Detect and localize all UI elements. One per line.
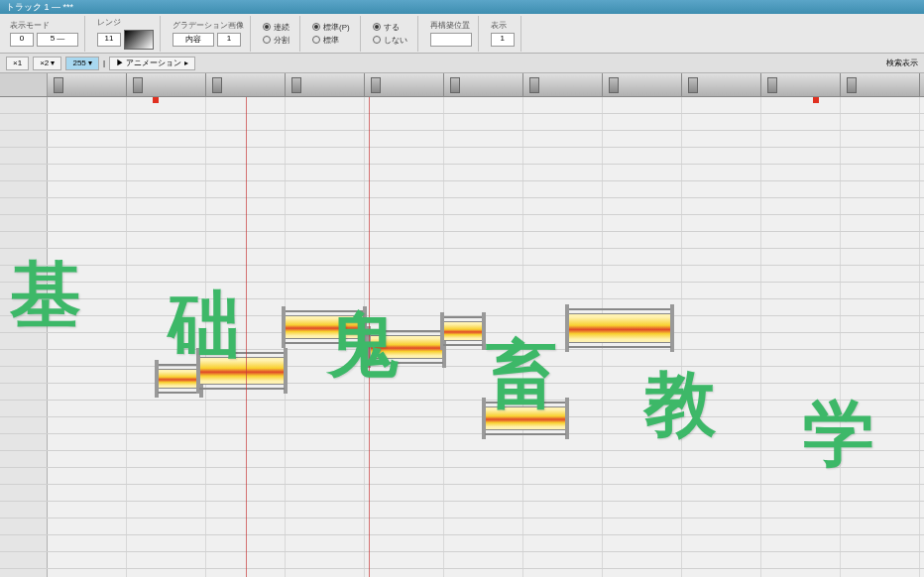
grid-cell[interactable] — [523, 283, 603, 298]
grid-cell[interactable] — [603, 569, 682, 577]
grid-cell[interactable] — [365, 215, 444, 231]
grid-cell[interactable] — [365, 384, 444, 400]
grid-cell[interactable] — [603, 451, 682, 467]
grid-cell[interactable] — [286, 114, 365, 130]
grid-cell[interactable] — [523, 165, 603, 180]
grid-cell[interactable] — [48, 165, 127, 180]
grid-cell[interactable] — [48, 519, 127, 534]
clip-handle-right[interactable] — [482, 312, 486, 350]
grid-cell[interactable] — [286, 148, 365, 164]
grid-cell[interactable] — [761, 165, 841, 180]
input-range[interactable]: 11 — [97, 33, 121, 47]
grid-cell[interactable] — [841, 299, 920, 315]
grid-cell[interactable] — [603, 232, 682, 248]
grid-cell[interactable] — [603, 181, 682, 197]
audio-clip[interactable] — [198, 357, 286, 385]
grid-cell[interactable] — [523, 114, 603, 130]
grid-cell[interactable] — [603, 417, 682, 433]
grid-cell[interactable] — [523, 97, 603, 113]
grid-cell[interactable] — [48, 451, 127, 467]
gradient-preview[interactable] — [124, 30, 154, 50]
grid-cell[interactable] — [286, 451, 365, 467]
grid-cell[interactable] — [444, 569, 523, 577]
grid-cell[interactable] — [841, 434, 920, 450]
grid-cell[interactable] — [365, 417, 444, 433]
grid-cell[interactable] — [841, 350, 920, 366]
grid-cell[interactable] — [365, 367, 444, 383]
grid-cell[interactable] — [682, 569, 761, 577]
track-header-cell[interactable] — [603, 73, 682, 96]
grid-cell[interactable] — [682, 350, 761, 366]
grid-cell[interactable] — [365, 249, 444, 265]
grid-cell[interactable] — [841, 148, 920, 164]
grid-cell[interactable] — [365, 569, 444, 577]
grid-cell[interactable] — [603, 148, 682, 164]
grid-cell[interactable] — [761, 350, 841, 366]
grid-cell[interactable] — [682, 485, 761, 501]
grid-cell[interactable] — [365, 114, 444, 130]
grid-cell[interactable] — [682, 148, 761, 164]
grid-cell[interactable] — [761, 519, 841, 534]
grid-cell[interactable] — [603, 350, 682, 366]
grid-cell[interactable] — [365, 97, 444, 113]
grid-cell[interactable] — [523, 367, 603, 383]
track-header-cell[interactable] — [444, 73, 523, 96]
grid-cell[interactable] — [523, 148, 603, 164]
clip-handle-left[interactable] — [565, 304, 569, 352]
grid-cell[interactable] — [523, 266, 603, 282]
grid-cell[interactable] — [48, 417, 127, 433]
grid-cell[interactable] — [286, 485, 365, 501]
grid-cell[interactable] — [603, 468, 682, 484]
grid-cell[interactable] — [48, 148, 127, 164]
grid-cell[interactable] — [841, 519, 920, 534]
grid-cell[interactable] — [682, 232, 761, 248]
grid-cell[interactable] — [682, 97, 761, 113]
grid-cell[interactable] — [603, 97, 682, 113]
grid-cell[interactable] — [444, 165, 523, 180]
track-header-cell[interactable] — [206, 73, 286, 96]
zoom-255-button[interactable]: 255 ▾ — [65, 57, 99, 70]
grid-cell[interactable] — [761, 249, 841, 265]
grid-cell[interactable] — [286, 502, 365, 518]
grid-cell[interactable] — [444, 181, 523, 197]
grid-cell[interactable] — [523, 249, 603, 265]
grid-cell[interactable] — [841, 502, 920, 518]
grid-cell[interactable] — [841, 249, 920, 265]
grid-cell[interactable] — [444, 283, 523, 298]
grid-cell[interactable] — [841, 367, 920, 383]
grid-cell[interactable] — [841, 535, 920, 551]
grid-cell[interactable] — [523, 485, 603, 501]
zoom-2x-button[interactable]: ×2 ▾ — [33, 57, 61, 70]
grid-cell[interactable] — [365, 401, 444, 416]
grid-cell[interactable] — [48, 350, 127, 366]
grid-cell[interactable] — [682, 552, 761, 568]
grid-cell[interactable] — [603, 266, 682, 282]
grid-cell[interactable] — [286, 552, 365, 568]
grid-cell[interactable] — [286, 283, 365, 298]
grid-cell[interactable] — [841, 114, 920, 130]
grid-cell[interactable] — [761, 299, 841, 315]
grid-cell[interactable] — [682, 181, 761, 197]
clip-handle-right[interactable] — [670, 304, 674, 352]
track-header-cell[interactable] — [523, 73, 603, 96]
grid-cell[interactable] — [682, 451, 761, 467]
grid-cell[interactable] — [444, 451, 523, 467]
grid-cell[interactable] — [286, 215, 365, 231]
grid-cell[interactable] — [761, 232, 841, 248]
track-header-cell[interactable] — [48, 73, 127, 96]
grid-cell[interactable] — [365, 198, 444, 214]
grid-cell[interactable] — [365, 485, 444, 501]
grid-cell[interactable] — [523, 131, 603, 147]
grid-cell[interactable] — [523, 350, 603, 366]
grid-cell[interactable] — [48, 502, 127, 518]
grid-cell[interactable] — [444, 249, 523, 265]
grid-cell[interactable] — [603, 401, 682, 416]
grid-cell[interactable] — [682, 114, 761, 130]
grid-cell[interactable] — [365, 535, 444, 551]
grid-cell[interactable] — [841, 569, 920, 577]
input-gradimg-2[interactable]: 1 — [217, 33, 241, 47]
grid-cell[interactable] — [286, 299, 365, 315]
grid-cell[interactable] — [365, 181, 444, 197]
grid-cell[interactable] — [761, 333, 841, 349]
grid-cell[interactable] — [127, 131, 206, 147]
